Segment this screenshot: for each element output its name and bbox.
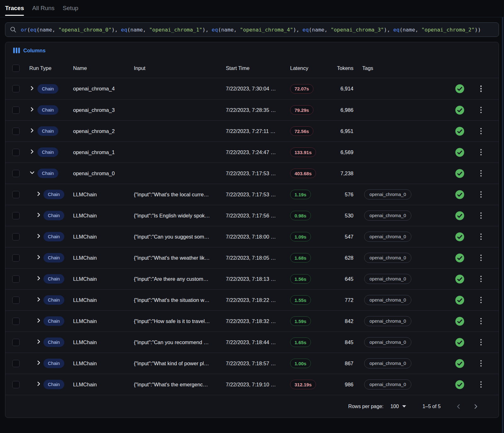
- run-type-badge: Chain: [43, 274, 64, 284]
- tokens-count: 6,569: [336, 149, 356, 155]
- kebab-menu-icon[interactable]: [478, 211, 484, 221]
- header-run-type: Run Type: [24, 65, 73, 71]
- latency-badge: 1.09s: [290, 232, 311, 241]
- search-bar[interactable]: or(eq(name, "openai_chroma_0"), eq(name,…: [5, 22, 499, 37]
- table-row[interactable]: Chainopenai_chroma_27/22/2023, 7:27:11 ……: [5, 120, 499, 141]
- tokens-count: 986: [336, 382, 356, 388]
- kebab-menu-icon[interactable]: [478, 338, 484, 347]
- table-row[interactable]: ChainLLMChain{"input":"What's the local …: [5, 184, 499, 205]
- kebab-menu-icon[interactable]: [478, 169, 484, 178]
- columns-button[interactable]: Columns: [13, 48, 46, 54]
- search-token: eq: [393, 27, 399, 33]
- tab-setup[interactable]: Setup: [63, 5, 78, 17]
- search-token: ),: [384, 27, 393, 33]
- row-checkbox[interactable]: [12, 318, 20, 325]
- previous-page-button[interactable]: [455, 403, 462, 410]
- start-time: 7/22/2023, 7:18:13 …: [226, 276, 290, 282]
- search-icon: [10, 26, 17, 33]
- run-type-badge: Chain: [37, 126, 58, 136]
- success-status-icon: [455, 338, 465, 347]
- tag-pill: openai_chroma_0: [364, 358, 411, 368]
- kebab-menu-icon[interactable]: [478, 232, 484, 242]
- row-checkbox[interactable]: [12, 381, 20, 388]
- row-checkbox[interactable]: [12, 233, 20, 240]
- search-token: (: [37, 27, 40, 33]
- chevron-down-icon[interactable]: [30, 170, 35, 175]
- tokens-count: 576: [336, 192, 356, 198]
- search-token: eq: [212, 27, 218, 33]
- table-row[interactable]: ChainLLMChain{"input":"What's the situat…: [5, 289, 499, 310]
- row-checkbox[interactable]: [12, 85, 20, 92]
- table-row[interactable]: Chainopenai_chroma_17/22/2023, 7:24:47 ……: [5, 141, 499, 163]
- table-row[interactable]: ChainLLMChain{"input":"What's the emerge…: [5, 374, 499, 395]
- row-checkbox[interactable]: [12, 128, 20, 135]
- table-row[interactable]: ChainLLMChain{"input":"What's the weathe…: [5, 247, 499, 268]
- row-checkbox[interactable]: [12, 360, 20, 367]
- table-row[interactable]: ChainLLMChain{"input":"Are there any cus…: [5, 268, 499, 289]
- chevron-right-icon[interactable]: [30, 86, 35, 91]
- row-checkbox[interactable]: [12, 297, 20, 304]
- chevron-right-icon[interactable]: [30, 107, 35, 112]
- kebab-menu-icon[interactable]: [478, 190, 484, 199]
- rows-per-page-select[interactable]: 100: [390, 404, 406, 409]
- table-row[interactable]: ChainLLMChain{"input":"How safe is it to…: [5, 310, 499, 332]
- run-input: {"input":"What kind of power pl…: [134, 361, 226, 367]
- tab-all-runs[interactable]: All Runs: [32, 5, 54, 17]
- search-token: ,: [234, 27, 240, 33]
- run-name: openai_chroma_1: [73, 149, 134, 155]
- tab-traces[interactable]: Traces: [5, 5, 24, 17]
- header-input: Input: [134, 65, 226, 71]
- row-checkbox[interactable]: [12, 149, 20, 156]
- run-input: {"input":"What's the emergenc…: [134, 382, 226, 388]
- table-row[interactable]: Chainopenai_chroma_07/22/2023, 7:17:53 ……: [5, 163, 499, 184]
- table-row[interactable]: ChainLLMChain{"input":"What kind of powe…: [5, 353, 499, 374]
- row-checkbox[interactable]: [12, 107, 20, 114]
- tokens-count: 842: [336, 318, 356, 324]
- start-time: 7/22/2023, 7:18:44 …: [226, 339, 290, 345]
- kebab-menu-icon[interactable]: [478, 274, 484, 284]
- tag-pill: openai_chroma_0: [364, 211, 411, 221]
- kebab-menu-icon[interactable]: [478, 105, 484, 115]
- search-query[interactable]: or(eq(name, "openai_chroma_0"), eq(name,…: [21, 27, 494, 33]
- start-time: 7/22/2023, 7:17:53 …: [226, 192, 290, 198]
- kebab-menu-icon[interactable]: [478, 126, 484, 136]
- kebab-menu-icon[interactable]: [478, 380, 484, 390]
- latency-badge: 133.91s: [290, 147, 316, 157]
- table-row[interactable]: ChainLLMChain{"input":"Can you suggest s…: [5, 226, 499, 247]
- header-tokens: Tokens: [336, 65, 356, 71]
- rows-per-page-value: 100: [390, 404, 399, 409]
- start-time: 7/22/2023, 7:17:53 …: [226, 170, 290, 176]
- row-checkbox[interactable]: [12, 339, 20, 346]
- tokens-count: 772: [336, 297, 356, 303]
- row-checkbox[interactable]: [12, 191, 20, 198]
- kebab-menu-icon[interactable]: [478, 253, 484, 263]
- table-row[interactable]: ChainLLMChain{"input":"Is English widely…: [5, 205, 499, 226]
- chevron-right-icon[interactable]: [30, 149, 35, 154]
- kebab-menu-icon[interactable]: [478, 84, 484, 94]
- select-all-checkbox[interactable]: [12, 65, 20, 72]
- table-row[interactable]: ChainLLMChain{"input":"Can you recommend…: [5, 332, 499, 353]
- table-header: Run Type Name Input Start Time Latency T…: [5, 59, 499, 78]
- search-token: ),: [112, 27, 121, 33]
- tokens-count: 645: [336, 276, 356, 282]
- kebab-menu-icon[interactable]: [478, 147, 484, 157]
- kebab-menu-icon[interactable]: [478, 359, 484, 368]
- scrollbar-track[interactable]: [502, 17, 504, 433]
- row-checkbox[interactable]: [12, 170, 20, 177]
- table-row[interactable]: Chainopenai_chroma_37/22/2023, 7:28:35 ……: [5, 99, 499, 120]
- success-status-icon: [455, 316, 465, 326]
- run-input: {"input":"How safe is it to travel…: [134, 318, 226, 324]
- run-name: LLMChain: [73, 361, 134, 367]
- table-row[interactable]: Chainopenai_chroma_47/22/2023, 7:30:04 ……: [5, 78, 499, 99]
- run-type-badge: Chain: [43, 232, 64, 241]
- row-checkbox[interactable]: [12, 212, 20, 219]
- run-type-badge: Chain: [43, 253, 64, 263]
- success-status-icon: [455, 147, 465, 157]
- run-input: {"input":"What's the weather lik…: [134, 255, 226, 261]
- row-checkbox[interactable]: [12, 254, 20, 262]
- kebab-menu-icon[interactable]: [478, 316, 484, 326]
- next-page-button[interactable]: [472, 403, 479, 410]
- row-checkbox[interactable]: [12, 275, 20, 283]
- kebab-menu-icon[interactable]: [478, 295, 484, 305]
- chevron-right-icon[interactable]: [30, 128, 35, 133]
